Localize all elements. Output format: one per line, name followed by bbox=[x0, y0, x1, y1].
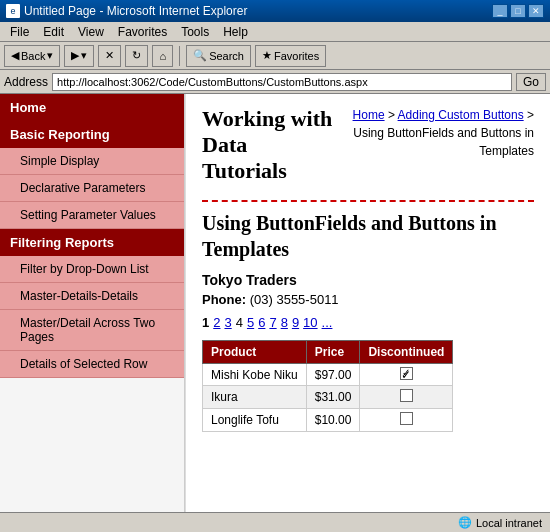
breadcrumb-home[interactable]: Home bbox=[353, 108, 385, 122]
sidebar-item-details-selected-row[interactable]: Details of Selected Row bbox=[0, 351, 184, 378]
sidebar-item-simple-display[interactable]: Simple Display bbox=[0, 148, 184, 175]
page-10[interactable]: 10 bbox=[303, 315, 317, 330]
menu-view[interactable]: View bbox=[72, 23, 110, 41]
star-icon: ★ bbox=[262, 49, 272, 62]
col-price: Price bbox=[306, 341, 360, 364]
product-name: Ikura bbox=[203, 386, 307, 409]
favorites-button[interactable]: ★ Favorites bbox=[255, 45, 326, 67]
product-price: $31.00 bbox=[306, 386, 360, 409]
menu-favorites[interactable]: Favorites bbox=[112, 23, 173, 41]
maximize-button[interactable]: □ bbox=[510, 4, 526, 18]
page-more[interactable]: ... bbox=[322, 315, 333, 330]
address-input[interactable] bbox=[52, 73, 512, 91]
browser-icon: e bbox=[6, 4, 20, 18]
checkbox-unchecked[interactable] bbox=[400, 389, 413, 402]
table-row: Longlife Tofu $10.00 bbox=[203, 409, 453, 432]
toolbar: ◀ Back ▾ ▶ ▾ ✕ ↻ ⌂ 🔍 Search ★ Favorites bbox=[0, 42, 550, 70]
table-row: Mishi Kobe Niku $97.00 ✓ bbox=[203, 364, 453, 386]
page-8[interactable]: 8 bbox=[281, 315, 288, 330]
back-button[interactable]: ◀ Back ▾ bbox=[4, 45, 60, 67]
product-name: Longlife Tofu bbox=[203, 409, 307, 432]
company-name: Tokyo Traders bbox=[202, 272, 534, 288]
page-1[interactable]: 1 bbox=[202, 315, 209, 330]
checkbox-checked[interactable]: ✓ bbox=[400, 367, 413, 380]
forward-arrow-icon: ▶ bbox=[71, 49, 79, 62]
article-title: Using ButtonFields and Buttons in Templa… bbox=[202, 210, 534, 262]
page-6[interactable]: 6 bbox=[258, 315, 265, 330]
address-bar: Address Go bbox=[0, 70, 550, 94]
main-content: Working with Data Tutorials Home > Addin… bbox=[185, 94, 550, 512]
phone-label: Phone: bbox=[202, 292, 246, 307]
menu-bar: File Edit View Favorites Tools Help bbox=[0, 22, 550, 42]
col-product: Product bbox=[203, 341, 307, 364]
close-button[interactable]: ✕ bbox=[528, 4, 544, 18]
window-controls[interactable]: _ □ ✕ bbox=[492, 4, 544, 18]
sidebar-section-filtering-reports[interactable]: Filtering Reports bbox=[0, 229, 184, 256]
search-icon: 🔍 bbox=[193, 49, 207, 62]
page-5[interactable]: 5 bbox=[247, 315, 254, 330]
page-7[interactable]: 7 bbox=[269, 315, 276, 330]
breadcrumb: Home > Adding Custom Buttons > Using But… bbox=[334, 106, 534, 160]
refresh-button[interactable]: ↻ bbox=[125, 45, 148, 67]
forward-button[interactable]: ▶ ▾ bbox=[64, 45, 94, 67]
page-9[interactable]: 9 bbox=[292, 315, 299, 330]
search-button[interactable]: 🔍 Search bbox=[186, 45, 251, 67]
menu-help[interactable]: Help bbox=[217, 23, 254, 41]
col-discontinued: Discontinued bbox=[360, 341, 453, 364]
page-2[interactable]: 2 bbox=[213, 315, 220, 330]
page-3[interactable]: 3 bbox=[224, 315, 231, 330]
content-area: Home Basic Reporting Simple Display Decl… bbox=[0, 94, 550, 512]
status-text: Local intranet bbox=[476, 517, 542, 529]
menu-file[interactable]: File bbox=[4, 23, 35, 41]
phone-line: Phone: (03) 3555-5011 bbox=[202, 292, 534, 307]
separator1 bbox=[179, 46, 180, 66]
sidebar: Home Basic Reporting Simple Display Decl… bbox=[0, 94, 185, 512]
home-button[interactable]: ⌂ bbox=[152, 45, 173, 67]
product-name: Mishi Kobe Niku bbox=[203, 364, 307, 386]
site-title: Working with Data Tutorials bbox=[202, 106, 334, 184]
breadcrumb-adding-custom[interactable]: Adding Custom Buttons bbox=[398, 108, 524, 122]
product-discontinued bbox=[360, 409, 453, 432]
menu-tools[interactable]: Tools bbox=[175, 23, 215, 41]
divider bbox=[202, 200, 534, 202]
product-table: Product Price Discontinued Mishi Kobe Ni… bbox=[202, 340, 453, 432]
page-4: 4 bbox=[236, 315, 243, 330]
product-price: $10.00 bbox=[306, 409, 360, 432]
product-discontinued bbox=[360, 386, 453, 409]
status-bar: 🌐 Local intranet bbox=[0, 512, 550, 532]
sidebar-item-filter-dropdown[interactable]: Filter by Drop-Down List bbox=[0, 256, 184, 283]
sidebar-item-setting-parameter-values[interactable]: Setting Parameter Values bbox=[0, 202, 184, 229]
window-title: Untitled Page - Microsoft Internet Explo… bbox=[24, 4, 247, 18]
table-row: Ikura $31.00 bbox=[203, 386, 453, 409]
pagination: 1 2 3 4 5 6 7 8 9 10 ... bbox=[202, 315, 534, 330]
go-button[interactable]: Go bbox=[516, 73, 546, 91]
sidebar-section-basic-reporting[interactable]: Basic Reporting bbox=[0, 121, 184, 148]
title-bar: e Untitled Page - Microsoft Internet Exp… bbox=[0, 0, 550, 22]
status-icon: 🌐 bbox=[458, 516, 472, 529]
back-arrow-icon: ◀ bbox=[11, 49, 19, 62]
menu-edit[interactable]: Edit bbox=[37, 23, 70, 41]
checkbox-unchecked2[interactable] bbox=[400, 412, 413, 425]
stop-button[interactable]: ✕ bbox=[98, 45, 121, 67]
product-discontinued: ✓ bbox=[360, 364, 453, 386]
product-price: $97.00 bbox=[306, 364, 360, 386]
breadcrumb-current: Using ButtonFields and Buttons in Templa… bbox=[353, 126, 534, 158]
sidebar-item-master-details[interactable]: Master-Details-Details bbox=[0, 283, 184, 310]
sidebar-item-declarative-parameters[interactable]: Declarative Parameters bbox=[0, 175, 184, 202]
address-label: Address bbox=[4, 75, 48, 89]
sidebar-item-master-detail-two-pages[interactable]: Master/Detail Across Two Pages bbox=[0, 310, 184, 351]
minimize-button[interactable]: _ bbox=[492, 4, 508, 18]
dropdown-arrow-icon2: ▾ bbox=[81, 49, 87, 62]
dropdown-arrow-icon: ▾ bbox=[47, 49, 53, 62]
sidebar-home[interactable]: Home bbox=[0, 94, 184, 121]
phone-value: (03) 3555-5011 bbox=[250, 292, 339, 307]
